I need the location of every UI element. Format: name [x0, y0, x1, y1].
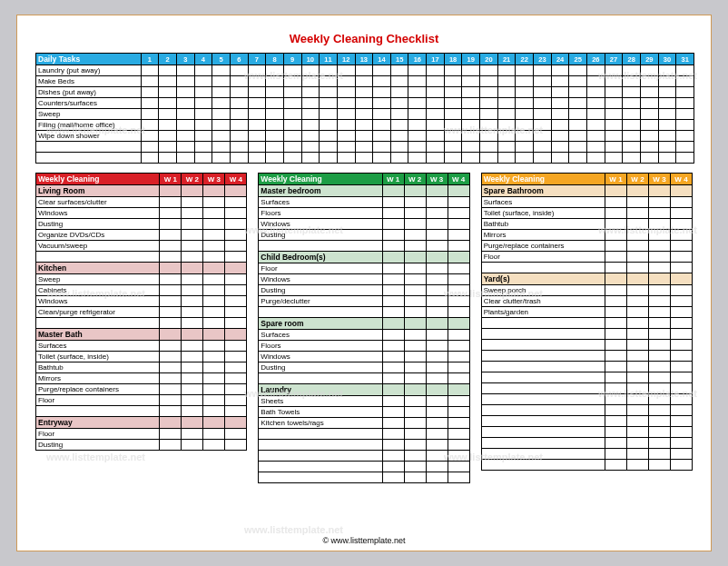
weekly-checkbox-cell[interactable]	[160, 384, 182, 395]
weekly-checkbox-cell[interactable]	[426, 285, 448, 296]
daily-checkbox-cell[interactable]	[408, 109, 427, 120]
weekly-checkbox-cell[interactable]	[426, 230, 448, 241]
daily-checkbox-cell[interactable]	[427, 153, 445, 164]
weekly-checkbox-cell[interactable]	[182, 318, 203, 329]
daily-checkbox-cell[interactable]	[516, 98, 534, 109]
daily-checkbox-cell[interactable]	[444, 109, 462, 120]
daily-checkbox-cell[interactable]	[355, 109, 373, 120]
weekly-checkbox-cell[interactable]	[203, 429, 225, 440]
daily-checkbox-cell[interactable]	[534, 142, 552, 153]
weekly-checkbox-cell[interactable]	[382, 429, 404, 440]
daily-checkbox-cell[interactable]	[462, 109, 480, 120]
daily-checkbox-cell[interactable]	[337, 153, 355, 164]
weekly-checkbox-cell[interactable]	[648, 449, 670, 460]
weekly-checkbox-cell[interactable]	[160, 406, 182, 417]
weekly-checkbox-cell[interactable]	[160, 274, 182, 285]
weekly-checkbox-cell[interactable]	[404, 263, 426, 274]
daily-checkbox-cell[interactable]	[194, 120, 212, 131]
weekly-checkbox-cell[interactable]	[426, 373, 448, 384]
daily-checkbox-cell[interactable]	[212, 87, 231, 98]
weekly-checkbox-cell[interactable]	[203, 341, 225, 352]
daily-checkbox-cell[interactable]	[497, 153, 516, 164]
daily-checkbox-cell[interactable]	[230, 98, 248, 109]
daily-checkbox-cell[interactable]	[283, 87, 301, 98]
weekly-checkbox-cell[interactable]	[648, 296, 670, 307]
weekly-checkbox-cell[interactable]	[203, 307, 225, 318]
daily-checkbox-cell[interactable]	[141, 65, 159, 76]
weekly-checkbox-cell[interactable]	[626, 405, 648, 416]
weekly-checkbox-cell[interactable]	[404, 384, 426, 396]
weekly-checkbox-cell[interactable]	[404, 285, 426, 296]
daily-checkbox-cell[interactable]	[337, 142, 355, 153]
daily-checkbox-cell[interactable]	[159, 76, 177, 87]
daily-checkbox-cell[interactable]	[176, 153, 194, 164]
weekly-checkbox-cell[interactable]	[404, 396, 426, 407]
weekly-checkbox-cell[interactable]	[160, 252, 182, 263]
weekly-checkbox-cell[interactable]	[182, 373, 203, 384]
weekly-checkbox-cell[interactable]	[404, 241, 426, 252]
daily-checkbox-cell[interactable]	[587, 65, 605, 76]
daily-checkbox-cell[interactable]	[230, 142, 248, 153]
weekly-checkbox-cell[interactable]	[160, 307, 182, 318]
daily-checkbox-cell[interactable]	[390, 109, 408, 120]
weekly-checkbox-cell[interactable]	[225, 185, 247, 197]
daily-checkbox-cell[interactable]	[212, 65, 231, 76]
weekly-checkbox-cell[interactable]	[626, 340, 648, 351]
weekly-checkbox-cell[interactable]	[648, 362, 670, 372]
weekly-checkbox-cell[interactable]	[605, 449, 626, 460]
weekly-checkbox-cell[interactable]	[605, 340, 626, 351]
weekly-checkbox-cell[interactable]	[648, 460, 670, 471]
daily-checkbox-cell[interactable]	[497, 76, 516, 87]
daily-checkbox-cell[interactable]	[408, 87, 427, 98]
daily-checkbox-cell[interactable]	[266, 131, 284, 142]
weekly-checkbox-cell[interactable]	[203, 440, 225, 451]
daily-checkbox-cell[interactable]	[194, 98, 212, 109]
daily-checkbox-cell[interactable]	[176, 76, 194, 87]
weekly-checkbox-cell[interactable]	[203, 395, 225, 406]
weekly-checkbox-cell[interactable]	[203, 296, 225, 307]
daily-checkbox-cell[interactable]	[373, 131, 391, 142]
weekly-checkbox-cell[interactable]	[448, 451, 469, 462]
daily-checkbox-cell[interactable]	[283, 98, 301, 109]
weekly-checkbox-cell[interactable]	[626, 449, 648, 460]
weekly-checkbox-cell[interactable]	[670, 197, 692, 208]
daily-checkbox-cell[interactable]	[497, 120, 516, 131]
weekly-checkbox-cell[interactable]	[648, 383, 670, 394]
daily-checkbox-cell[interactable]	[194, 153, 212, 164]
weekly-checkbox-cell[interactable]	[426, 384, 448, 396]
weekly-checkbox-cell[interactable]	[648, 263, 670, 273]
daily-checkbox-cell[interactable]	[623, 120, 641, 131]
daily-checkbox-cell[interactable]	[355, 131, 373, 142]
daily-checkbox-cell[interactable]	[355, 65, 373, 76]
weekly-checkbox-cell[interactable]	[648, 438, 670, 449]
weekly-checkbox-cell[interactable]	[404, 208, 426, 219]
weekly-checkbox-cell[interactable]	[426, 318, 448, 330]
weekly-checkbox-cell[interactable]	[182, 395, 203, 406]
weekly-checkbox-cell[interactable]	[448, 472, 469, 483]
weekly-checkbox-cell[interactable]	[203, 352, 225, 362]
daily-checkbox-cell[interactable]	[212, 153, 231, 164]
daily-checkbox-cell[interactable]	[390, 98, 408, 109]
weekly-checkbox-cell[interactable]	[382, 318, 404, 330]
weekly-checkbox-cell[interactable]	[160, 241, 182, 252]
daily-checkbox-cell[interactable]	[444, 98, 462, 109]
weekly-checkbox-cell[interactable]	[605, 273, 626, 285]
weekly-checkbox-cell[interactable]	[404, 307, 426, 318]
daily-checkbox-cell[interactable]	[444, 120, 462, 131]
weekly-checkbox-cell[interactable]	[605, 427, 626, 438]
daily-checkbox-cell[interactable]	[141, 109, 159, 120]
daily-checkbox-cell[interactable]	[462, 142, 480, 153]
daily-checkbox-cell[interactable]	[373, 98, 391, 109]
daily-checkbox-cell[interactable]	[408, 98, 427, 109]
daily-checkbox-cell[interactable]	[551, 109, 569, 120]
daily-checkbox-cell[interactable]	[444, 76, 462, 87]
daily-checkbox-cell[interactable]	[497, 109, 516, 120]
daily-checkbox-cell[interactable]	[480, 120, 498, 131]
daily-checkbox-cell[interactable]	[230, 131, 248, 142]
weekly-checkbox-cell[interactable]	[605, 329, 626, 340]
weekly-checkbox-cell[interactable]	[448, 362, 469, 373]
weekly-checkbox-cell[interactable]	[426, 472, 448, 483]
weekly-checkbox-cell[interactable]	[382, 472, 404, 483]
weekly-checkbox-cell[interactable]	[182, 263, 203, 274]
daily-checkbox-cell[interactable]	[141, 153, 159, 164]
